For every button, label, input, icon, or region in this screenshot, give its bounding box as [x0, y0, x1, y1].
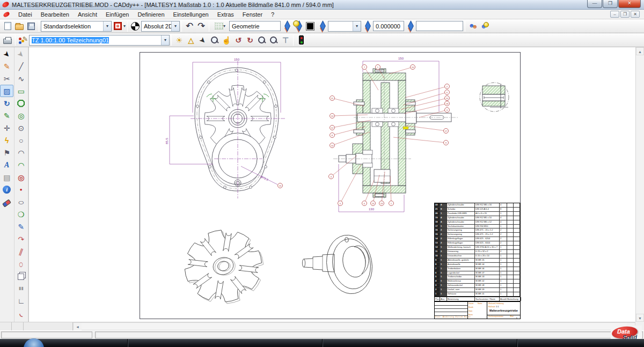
new-file-button[interactable]: [2, 20, 13, 32]
pane-cell[interactable]: [24, 322, 73, 330]
menu-datei[interactable]: Datei: [14, 10, 36, 19]
menu-ansicht[interactable]: Ansicht: [74, 10, 101, 19]
erase-tool[interactable]: [0, 196, 13, 208]
horizontal-scrollbar[interactable]: ◄ ►: [73, 322, 635, 330]
minimize-button[interactable]: —: [587, 0, 602, 8]
tangent-arc-tool[interactable]: ↷: [14, 233, 28, 245]
layer-visibility-button[interactable]: [292, 20, 304, 32]
redraw-traffic-button[interactable]: [295, 34, 307, 46]
pen-color-button[interactable]: [304, 20, 316, 32]
angle-layers-button[interactable]: [404, 20, 416, 32]
menu-einstellungen[interactable]: Einstellungen: [169, 10, 213, 19]
box-3d-tool[interactable]: [14, 270, 28, 282]
text-tool[interactable]: A: [0, 159, 13, 171]
polyline-tool[interactable]: ∿: [14, 72, 28, 85]
annotation-tool[interactable]: ⚑: [0, 146, 13, 159]
menu-extras[interactable]: Extras: [213, 10, 238, 19]
ellipse-tool[interactable]: ○: [14, 196, 28, 208]
mdi-close-button[interactable]: ✕: [631, 11, 640, 18]
save-button[interactable]: [25, 20, 37, 32]
undo-button[interactable]: ↶: [184, 20, 195, 32]
arc-tool[interactable]: ◠: [14, 146, 28, 159]
line-tool[interactable]: ╱: [14, 60, 28, 72]
chevron-down-icon[interactable]: ▾: [171, 21, 179, 31]
circle-tool[interactable]: ○: [14, 134, 28, 146]
user-lamp-button[interactable]: [479, 20, 491, 32]
drawing-canvas[interactable]: 150 85.5 Ø72.3 15: [29, 47, 635, 322]
open-file-button[interactable]: [13, 20, 25, 32]
windows-taskbar[interactable]: [0, 339, 644, 347]
pane-cell[interactable]: [12, 322, 24, 330]
chevron-down-icon[interactable]: ▾: [161, 35, 169, 45]
redo-button[interactable]: ↷: [195, 20, 207, 32]
circle-point-tool[interactable]: ⊙: [14, 122, 28, 134]
menu-fenster[interactable]: Fenster: [238, 10, 267, 19]
info-tool[interactable]: i: [0, 183, 13, 196]
chevron-down-icon[interactable]: ▾: [353, 21, 361, 31]
ring-tool[interactable]: ◎: [14, 171, 28, 183]
layer-name-field[interactable]: Geometrie: [229, 21, 281, 31]
menu-bearbeiten[interactable]: Bearbeiten: [36, 10, 74, 19]
pick-arrow-tool[interactable]: ➤: [14, 48, 28, 60]
parallel-tool[interactable]: ∥: [14, 245, 28, 257]
select-tool[interactable]: ➤: [0, 48, 13, 60]
drafting-tsquare-icon[interactable]: ⊤: [280, 34, 291, 46]
chevron-down-icon[interactable]: ▾: [103, 21, 111, 31]
selection-box-dropdown[interactable]: ▾: [123, 24, 126, 28]
edit-pencil-tool[interactable]: ✎: [0, 109, 13, 122]
arc-3pt-tool[interactable]: ◠: [14, 159, 28, 171]
grid-settings-button[interactable]: ▾: [211, 20, 229, 32]
vertical-scrollbar[interactable]: ▲ ▼: [635, 47, 644, 322]
fillet-tool[interactable]: ◟: [14, 307, 28, 319]
coordinate-origin-button[interactable]: [129, 20, 141, 32]
snap-tool[interactable]: ϟ: [0, 134, 13, 146]
ruler-lamp-icon[interactable]: △: [185, 34, 197, 46]
rotate-ccw-icon[interactable]: ↺: [232, 34, 244, 46]
scroll-down-arrow[interactable]: ▼: [636, 314, 644, 322]
hatch-tool[interactable]: ▤: [0, 171, 13, 183]
select-draw-icon[interactable]: ➤: [197, 34, 209, 46]
contour-offset-tool[interactable]: ∟: [14, 294, 28, 307]
wall-tool[interactable]: ▮▮: [14, 282, 28, 294]
rotate-cw-icon[interactable]: ↻: [244, 34, 256, 46]
zoom-sheet-icon[interactable]: [268, 34, 280, 46]
closed-spline-tool[interactable]: ❍: [14, 208, 28, 220]
selection-region-tool[interactable]: ▨: [0, 85, 13, 97]
move-tool[interactable]: ✛: [0, 122, 13, 134]
draw-pencil-tool[interactable]: ✎: [0, 60, 13, 72]
mdi-restore-button[interactable]: ❐: [620, 11, 630, 18]
menu-einfgen[interactable]: Einfügen: [101, 10, 133, 19]
pan-hand-icon[interactable]: ☝: [221, 34, 232, 46]
rectangle-tool[interactable]: ▭: [14, 85, 28, 97]
start-orb-icon[interactable]: [24, 338, 44, 347]
selection-box-button[interactable]: [112, 20, 123, 32]
point-tool[interactable]: ●: [14, 183, 28, 196]
pane-cell[interactable]: [0, 322, 12, 330]
restore-button[interactable]: ❐: [603, 0, 618, 8]
group-manager-button[interactable]: [467, 20, 479, 32]
mdi-minimize-button[interactable]: –: [610, 11, 619, 18]
angle-field[interactable]: 0.000000: [373, 21, 404, 31]
layer-apply-button[interactable]: [281, 20, 292, 32]
linestyle-layers-button[interactable]: [361, 20, 373, 32]
scroll-up-arrow[interactable]: ▲: [636, 47, 644, 55]
menu-?[interactable]: ?: [267, 10, 279, 19]
print-button[interactable]: [2, 34, 13, 46]
close-button[interactable]: ✕: [618, 0, 641, 8]
color-layers-button[interactable]: [316, 20, 328, 32]
highlight-lamp-icon[interactable]: ☀: [173, 34, 185, 46]
drawing-sheet-combo[interactable]: TZ 1.00:1.00 Teilzeichnung01 ▾: [29, 35, 170, 46]
zoom-window-icon[interactable]: [209, 34, 221, 46]
color-settings-button[interactable]: [17, 34, 29, 46]
menu-definieren[interactable]: Definieren: [133, 10, 169, 19]
transform-rotate-tool[interactable]: ↻: [0, 97, 13, 109]
zoom-all-icon[interactable]: [256, 34, 268, 46]
coordinate-mode-combo[interactable]: Absolut 2D ▾: [141, 21, 180, 32]
attribute-field[interactable]: [416, 21, 463, 31]
trim-tool[interactable]: ✂: [0, 72, 13, 85]
scroll-left-arrow[interactable]: ◄: [74, 323, 82, 331]
circle-center-tool[interactable]: ◎: [14, 109, 28, 122]
line-style-combo[interactable]: ▾: [328, 21, 361, 32]
slot-tool[interactable]: ○: [14, 257, 28, 270]
selection-mode-combo[interactable]: Standardselektion ▾: [41, 21, 112, 32]
